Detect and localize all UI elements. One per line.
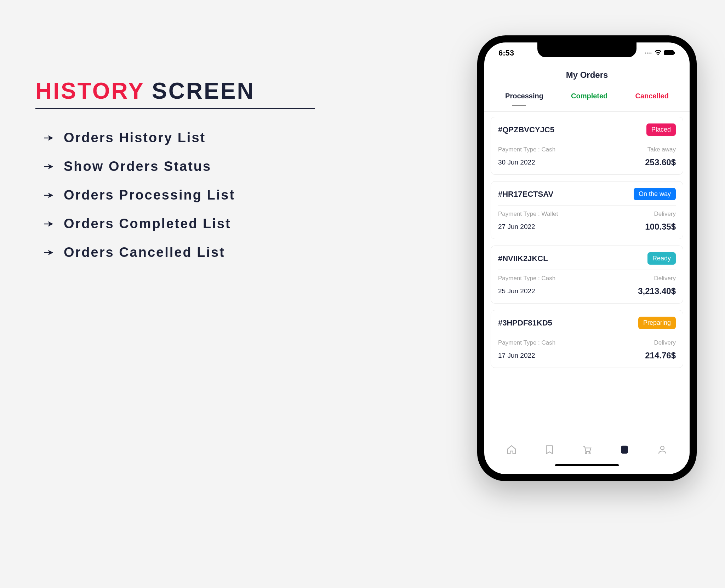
screen-title: My Orders bbox=[484, 70, 690, 80]
list-item: Show Orders Status bbox=[35, 159, 435, 174]
phone-frame: 6:53 •••• My Orders Processing Completed bbox=[477, 35, 697, 481]
tab-label: Cancelled bbox=[635, 92, 668, 100]
divider bbox=[484, 111, 690, 112]
order-price: 253.60$ bbox=[645, 157, 676, 167]
payment-type: Payment Type : Wallet bbox=[498, 211, 558, 218]
list-item: Orders Cancelled List bbox=[35, 245, 435, 260]
svg-rect-1 bbox=[674, 52, 675, 54]
order-date: 27 Jun 2022 bbox=[498, 223, 535, 231]
tab-cancelled[interactable]: Cancelled bbox=[634, 90, 670, 102]
nav-cart-icon[interactable] bbox=[581, 444, 593, 455]
bottom-nav bbox=[484, 435, 690, 464]
feature-description-panel: HISTORY SCREEN Orders History List Show … bbox=[28, 35, 435, 273]
svg-point-8 bbox=[661, 446, 664, 450]
order-price: 3,213.40$ bbox=[638, 286, 676, 296]
title-accent: HISTORY bbox=[35, 78, 145, 104]
bullet-text: Orders History List bbox=[64, 130, 206, 145]
feature-bullet-list: Orders History List Show Orders Status O… bbox=[35, 130, 435, 260]
delivery-method: Delivery bbox=[654, 275, 676, 282]
arrow-right-icon bbox=[42, 190, 53, 201]
order-id: #HR17ECTSAV bbox=[498, 190, 553, 199]
bullet-text: Orders Processing List bbox=[64, 188, 235, 203]
nav-profile-icon[interactable] bbox=[657, 444, 668, 455]
svg-rect-7 bbox=[623, 451, 625, 452]
delivery-method: Delivery bbox=[654, 339, 676, 346]
tab-completed[interactable]: Completed bbox=[570, 90, 609, 102]
home-indicator[interactable] bbox=[484, 464, 690, 474]
list-item: Orders History List bbox=[35, 130, 435, 145]
status-indicators: •••• bbox=[645, 48, 675, 58]
payment-type: Payment Type : Cash bbox=[498, 275, 555, 282]
phone-mockup: 6:53 •••• My Orders Processing Completed bbox=[477, 35, 697, 481]
order-id: #3HPDF81KD5 bbox=[498, 318, 552, 328]
tab-label: Processing bbox=[505, 92, 543, 100]
order-card[interactable]: #QPZBVCYJC5 Placed Payment Type : Cash T… bbox=[491, 117, 683, 175]
list-item: Orders Completed List bbox=[35, 216, 435, 231]
order-id: #NVIIK2JKCL bbox=[498, 254, 548, 263]
nav-home-icon[interactable] bbox=[506, 444, 517, 455]
arrow-right-icon bbox=[42, 133, 53, 143]
order-date: 17 Jun 2022 bbox=[498, 352, 535, 359]
order-date: 30 Jun 2022 bbox=[498, 158, 535, 166]
delivery-method: Delivery bbox=[654, 211, 676, 218]
status-badge: Preparing bbox=[638, 317, 676, 329]
phone-notch bbox=[537, 42, 636, 57]
svg-rect-6 bbox=[623, 450, 626, 450]
list-item: Orders Processing List bbox=[35, 188, 435, 203]
order-card[interactable]: #NVIIK2JKCL Ready Payment Type : Cash De… bbox=[491, 246, 683, 304]
nav-bookmark-icon[interactable] bbox=[544, 444, 555, 455]
svg-rect-0 bbox=[664, 50, 674, 55]
orders-list[interactable]: #QPZBVCYJC5 Placed Payment Type : Cash T… bbox=[484, 117, 690, 435]
order-date: 25 Jun 2022 bbox=[498, 287, 535, 295]
signal-dots-icon: •••• bbox=[645, 51, 652, 56]
tab-processing[interactable]: Processing bbox=[504, 90, 545, 102]
delivery-method: Take away bbox=[647, 146, 676, 153]
order-id: #QPZBVCYJC5 bbox=[498, 125, 554, 134]
order-tabs: Processing Completed Cancelled bbox=[484, 90, 690, 102]
arrow-right-icon bbox=[42, 247, 53, 258]
order-card[interactable]: #HR17ECTSAV On the way Payment Type : Wa… bbox=[491, 181, 683, 239]
status-badge: On the way bbox=[634, 188, 676, 200]
nav-orders-icon[interactable] bbox=[619, 444, 630, 455]
title-underline bbox=[35, 108, 315, 109]
bullet-text: Orders Cancelled List bbox=[64, 245, 225, 260]
order-card[interactable]: #3HPDF81KD5 Preparing Payment Type : Cas… bbox=[491, 310, 683, 368]
order-price: 100.35$ bbox=[645, 222, 676, 232]
svg-rect-5 bbox=[623, 448, 626, 449]
tab-underline bbox=[512, 105, 526, 106]
battery-icon bbox=[664, 48, 675, 58]
arrow-right-icon bbox=[42, 161, 53, 172]
wifi-icon bbox=[654, 48, 662, 58]
page-title: HISTORY SCREEN bbox=[35, 78, 435, 104]
svg-point-3 bbox=[589, 452, 590, 454]
phone-screen: 6:53 •••• My Orders Processing Completed bbox=[484, 42, 690, 474]
bullet-text: Show Orders Status bbox=[64, 159, 211, 174]
status-badge: Ready bbox=[647, 252, 676, 265]
status-badge: Placed bbox=[646, 123, 676, 136]
payment-type: Payment Type : Cash bbox=[498, 146, 555, 153]
svg-point-2 bbox=[586, 452, 587, 454]
title-main: SCREEN bbox=[152, 78, 255, 104]
arrow-right-icon bbox=[42, 219, 53, 229]
tab-label: Completed bbox=[571, 92, 607, 100]
bullet-text: Orders Completed List bbox=[64, 216, 231, 231]
order-price: 214.76$ bbox=[645, 351, 676, 361]
status-time: 6:53 bbox=[498, 48, 514, 58]
payment-type: Payment Type : Cash bbox=[498, 339, 555, 346]
